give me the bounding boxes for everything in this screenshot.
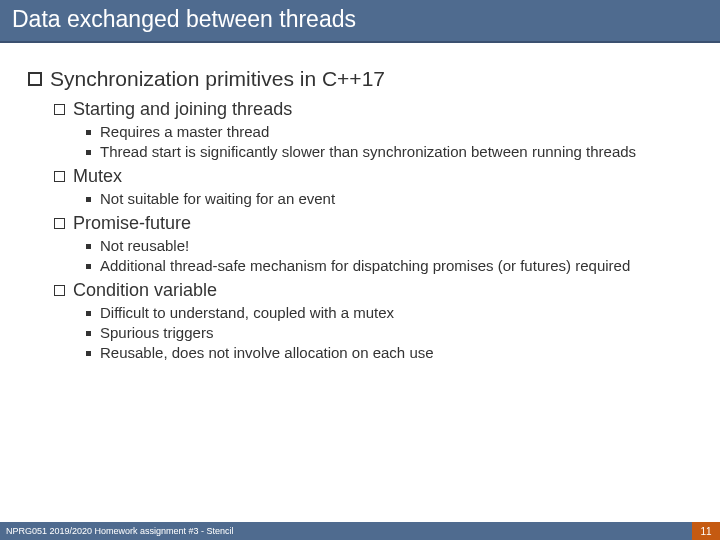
bullet-text: Additional thread-safe mechanism for dis… xyxy=(100,257,630,274)
bullet-text: Spurious triggers xyxy=(100,324,213,341)
section-item: Mutex xyxy=(54,166,692,187)
dot-icon xyxy=(86,150,91,155)
slide-content: Synchronization primitives in C++17 Star… xyxy=(0,43,720,540)
bullet-text: Requires a master thread xyxy=(100,123,269,140)
bullet-text: Not reusable! xyxy=(100,237,189,254)
dot-icon xyxy=(86,244,91,249)
dot-icon xyxy=(86,311,91,316)
bullet-text: Reusable, does not involve allocation on… xyxy=(100,344,434,361)
heading-text: Synchronization primitives in C++17 xyxy=(50,67,385,91)
slide: Data exchanged between threads Synchroni… xyxy=(0,0,720,540)
section-item: Starting and joining threads xyxy=(54,99,692,120)
dot-icon xyxy=(86,264,91,269)
bullet-item: Reusable, does not involve allocation on… xyxy=(86,344,692,361)
square-outline-icon xyxy=(54,171,65,182)
section-label: Condition variable xyxy=(73,280,217,301)
section-item: Condition variable xyxy=(54,280,692,301)
bullet-text: Difficult to understand, coupled with a … xyxy=(100,304,394,321)
bullet-text: Not suitable for waiting for an event xyxy=(100,190,335,207)
square-outline-icon xyxy=(54,285,65,296)
section-item: Promise-future xyxy=(54,213,692,234)
bullet-item: Difficult to understand, coupled with a … xyxy=(86,304,692,321)
bullet-item: Requires a master thread xyxy=(86,123,692,140)
dot-icon xyxy=(86,331,91,336)
section-label: Promise-future xyxy=(73,213,191,234)
footer-text: NPRG051 2019/2020 Homework assignment #3… xyxy=(6,526,692,536)
section-label: Mutex xyxy=(73,166,122,187)
bullet-item: Thread start is significantly slower tha… xyxy=(86,143,692,160)
bullet-item: Not suitable for waiting for an event xyxy=(86,190,692,207)
square-bullet-icon xyxy=(28,72,42,86)
section-label: Starting and joining threads xyxy=(73,99,292,120)
dot-icon xyxy=(86,130,91,135)
heading-item: Synchronization primitives in C++17 xyxy=(28,67,692,91)
footer-bar: NPRG051 2019/2020 Homework assignment #3… xyxy=(0,522,720,540)
square-outline-icon xyxy=(54,104,65,115)
bullet-item: Not reusable! xyxy=(86,237,692,254)
title-bar: Data exchanged between threads xyxy=(0,0,720,43)
bullet-item: Spurious triggers xyxy=(86,324,692,341)
slide-title: Data exchanged between threads xyxy=(12,6,708,33)
page-number: 11 xyxy=(692,522,720,540)
square-outline-icon xyxy=(54,218,65,229)
bullet-item: Additional thread-safe mechanism for dis… xyxy=(86,257,692,274)
dot-icon xyxy=(86,351,91,356)
dot-icon xyxy=(86,197,91,202)
bullet-text: Thread start is significantly slower tha… xyxy=(100,143,636,160)
